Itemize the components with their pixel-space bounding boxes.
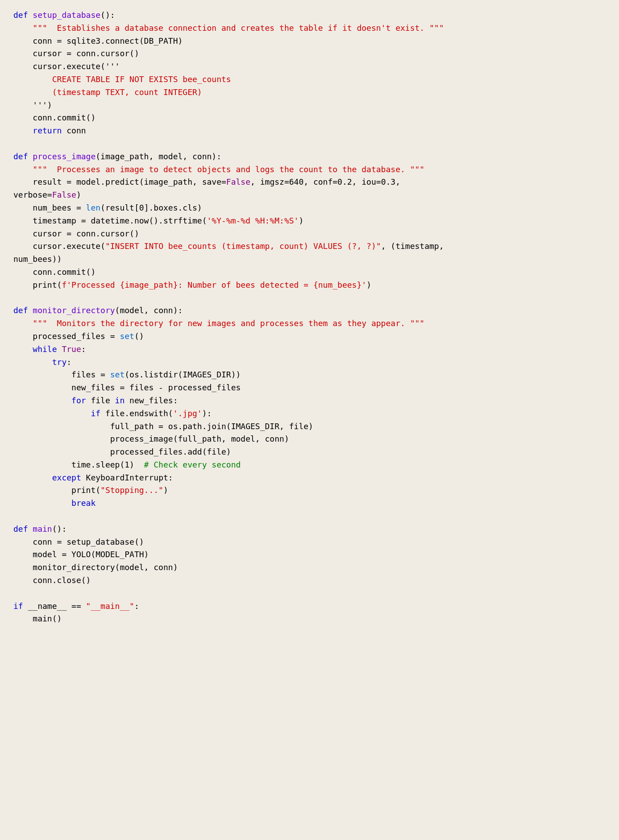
code-line: verbose= <box>13 190 52 199</box>
code-line: (image_path, model, conn): <box>96 152 221 161</box>
keyword-if: if <box>91 409 100 418</box>
code-line: (result[0].boxes.cls) <box>100 203 202 212</box>
function-setup-database: setup_database <box>33 10 100 20</box>
keyword-in: in <box>115 396 125 405</box>
string-insert: "INSERT INTO bee_counts (timestamp, coun… <box>105 241 381 251</box>
code-line: num_bees)) <box>13 254 62 264</box>
code-line: (): <box>52 524 67 534</box>
code-line: file <box>86 396 115 405</box>
code-line: conn.commit() <box>33 113 96 122</box>
code-line: : <box>81 344 86 354</box>
keyword-true: True <box>62 344 81 354</box>
code-line: cursor.execute(''' <box>33 62 120 71</box>
code-container: def setup_database(): """ Establishes a … <box>13 9 606 625</box>
string-stopping: "Stopping..." <box>100 485 163 495</box>
code-line: conn <box>62 126 86 135</box>
keyword-for: for <box>71 396 86 405</box>
code-line: : <box>134 601 139 611</box>
code-block: def setup_database(): """ Establishes a … <box>13 9 606 625</box>
code-line: num_bees = <box>33 203 86 212</box>
code-line: files = <box>71 370 110 379</box>
string-format: '%Y-%m-%d %H:%M:%S' <box>207 216 299 225</box>
builtin-len: len <box>86 203 101 212</box>
code-line: cursor = conn.cursor() <box>33 49 139 58</box>
code-line: cursor = conn.cursor() <box>33 229 139 238</box>
code-line: processed_files.add(file) <box>110 447 231 456</box>
function-process-image: process_image <box>33 152 96 161</box>
code-line: conn = sqlite3.connect(DB_PATH) <box>33 36 183 46</box>
keyword-if: if <box>13 601 23 611</box>
keyword-def: def <box>13 10 28 20</box>
code-line: ) <box>76 190 81 199</box>
code-line: new_files = files - processed_files <box>71 383 241 392</box>
code-line: new_files: <box>125 396 178 405</box>
code-line: ) <box>163 485 168 495</box>
code-line: ): <box>202 409 212 418</box>
function-main: main <box>33 524 52 534</box>
triple-quote-end: ''') <box>33 100 52 110</box>
code-line: cursor.execute( <box>33 241 105 251</box>
keyword-false2: False <box>52 190 76 199</box>
keyword-def: def <box>13 306 28 315</box>
builtin-set: set <box>120 331 134 341</box>
code-line: full_path = os.path.join(IMAGES_DIR, fil… <box>110 422 313 431</box>
code-line: conn.close() <box>33 575 91 585</box>
code-line: __name__ == <box>23 601 86 611</box>
docstring-process: """ Processes an image to detect objects… <box>33 165 424 174</box>
keyword-false: False <box>226 177 250 186</box>
code-line: conn.commit() <box>33 267 96 277</box>
code-line: : <box>66 357 71 367</box>
string-jpg: '.jpg' <box>173 409 202 418</box>
code-line: main() <box>33 614 62 623</box>
docstring-monitor: """ Monitors the directory for new image… <box>33 319 424 328</box>
code-line: file.endswith( <box>100 409 173 418</box>
code-line: print( <box>33 280 62 290</box>
code-line: processed_files = <box>33 331 120 341</box>
code-line: , imgsz=640, conf=0.2, iou=0.3, <box>250 177 400 186</box>
code-line: KeyboardInterrupt: <box>81 473 173 482</box>
code-line: , (timestamp, <box>381 241 444 251</box>
keyword-return: return <box>33 126 62 135</box>
code-line: (model, conn): <box>115 306 183 315</box>
code-line: ) <box>299 216 303 225</box>
keyword-def: def <box>13 524 28 534</box>
code-line: process_image(full_path, model, conn) <box>110 434 289 443</box>
sql-columns: (timestamp TEXT, count INTEGER) <box>52 87 202 97</box>
code-line: ) <box>366 280 371 290</box>
code-line: print( <box>71 485 100 495</box>
keyword-except: except <box>52 473 81 482</box>
keyword-try: try <box>52 357 67 367</box>
code-line: conn = setup_database() <box>33 537 144 546</box>
docstring-setup: """ Establishes a database connection an… <box>33 23 444 33</box>
code-line: (os.listdir(IMAGES_DIR)) <box>125 370 241 379</box>
keyword-def: def <box>13 152 28 161</box>
code-line: monitor_directory(model, conn) <box>33 563 178 572</box>
string-main: "__main__" <box>86 601 134 611</box>
keyword-while: while <box>33 344 57 354</box>
plain-text: (): <box>100 10 115 20</box>
keyword-break: break <box>71 498 96 508</box>
builtin-set2: set <box>110 370 125 379</box>
string-fstring: f'Processed {image_path}: Number of bees… <box>62 280 366 290</box>
sql-create: CREATE TABLE IF NOT EXISTS bee_counts <box>52 74 231 84</box>
code-line: result = model.predict(image_path, save= <box>33 177 226 186</box>
function-monitor-directory: monitor_directory <box>33 306 115 315</box>
code-line: timestamp = datetime.now().strftime( <box>33 216 207 225</box>
code-line: () <box>134 331 144 341</box>
code-line: time.sleep(1) <box>71 460 144 469</box>
code-line: model = YOLO(MODEL_PATH) <box>33 550 149 559</box>
comment-check: # Check every second <box>144 460 241 469</box>
